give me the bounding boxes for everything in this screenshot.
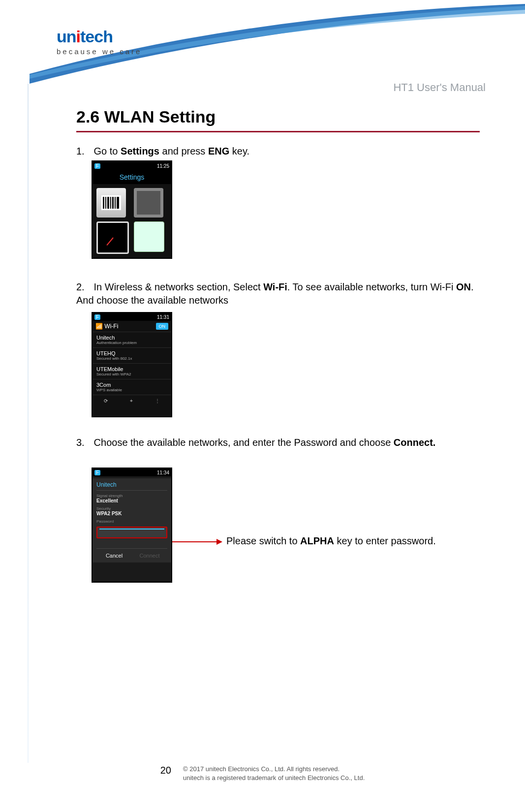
svg-rect-4 [110, 197, 111, 209]
clock-text: 11:25 [157, 163, 169, 169]
step-1-text: Go to Settings and press ENG key. [94, 146, 249, 156]
gear-icon [134, 188, 163, 218]
step-2-number: 2. [76, 281, 91, 294]
logo-text-post: tech [80, 27, 113, 46]
network-row: 3ComWPS available [93, 379, 171, 395]
connect-button: Connect [132, 549, 167, 562]
mode-indicator-icon: F [94, 163, 100, 169]
step-3: 3. Choose the available networks, and en… [76, 436, 480, 449]
signal-strength-value: Excellent [96, 498, 167, 503]
connect-dialog: Unitech Signal strength Excellent Securi… [93, 478, 171, 562]
step-3-text: Choose the available networks, and enter… [94, 437, 436, 448]
network-row: UnitechAuthentication problem [93, 332, 171, 347]
svg-rect-1 [103, 197, 104, 209]
step-3-number: 3. [76, 436, 91, 449]
copyright-line-2: unitech is a registered trademark of uni… [183, 774, 365, 782]
copyright-line-1: © 2017 unitech Electronics Co., Ltd. All… [183, 765, 365, 774]
page-number: 20 [160, 765, 171, 776]
brand-tagline: because we care [57, 47, 142, 56]
page-footer: 20 © 2017 unitech Electronics Co., Ltd. … [0, 765, 525, 782]
svg-rect-5 [112, 197, 114, 209]
calendar-icon [134, 221, 164, 252]
settings-label: Settings [93, 170, 171, 184]
screenshot-settings-home: F 11:25 Settings [92, 160, 172, 259]
password-input-highlight [96, 527, 167, 538]
wifi-bottom-bar: ⟳ + ⋮ [93, 395, 171, 406]
logo-text-pre: un [57, 27, 76, 46]
more-icon: ⋮ [155, 398, 160, 404]
security-value: WPA2 PSK [96, 511, 167, 516]
callout-annotation: Please switch to ALPHA key to enter pass… [226, 535, 436, 547]
mode-indicator-icon: F [94, 470, 100, 475]
copyright-block: © 2017 unitech Electronics Co., Ltd. All… [183, 765, 365, 782]
barcode-icon [96, 188, 126, 218]
status-bar: F 11:34 [93, 468, 171, 476]
password-label: Password [96, 519, 167, 524]
step-1-number: 1. [76, 145, 91, 158]
wps-icon: ⟳ [104, 398, 108, 404]
screenshot-wifi-connect-dialog: F 11:34 Unitech Signal strength Excellen… [92, 468, 172, 583]
add-network-icon: + [130, 398, 133, 404]
mode-indicator-icon: F [94, 314, 100, 320]
logo-dot: i [76, 27, 80, 46]
left-margin-line [28, 84, 29, 763]
security-label: Security [96, 506, 167, 511]
wifi-toggle: ON [156, 323, 169, 330]
manual-title: HT1 User's Manual [393, 81, 486, 94]
network-row: UTEHQSecured with 802.1x [93, 347, 171, 363]
svg-rect-3 [107, 197, 109, 209]
section-title: 2.6 WLAN Setting [76, 107, 216, 126]
dialog-network-name: Unitech [96, 481, 167, 491]
status-bar: F 11:25 [93, 161, 171, 170]
status-bar: F 11:31 [93, 313, 171, 321]
section-rule [76, 131, 480, 132]
wifi-icon: 📶 [95, 323, 103, 330]
clock-icon [96, 221, 129, 254]
wifi-title: 📶 Wi-Fi [95, 323, 118, 330]
clock-text: 11:31 [157, 314, 169, 320]
network-row: UTEMobileSecured with WPA2 [93, 363, 171, 379]
wifi-header: 📶 Wi-Fi ON [93, 321, 171, 332]
svg-rect-2 [105, 197, 106, 209]
svg-rect-7 [117, 197, 119, 209]
callout-arrow [172, 541, 221, 542]
signal-strength-label: Signal strength [96, 494, 167, 498]
svg-rect-6 [115, 197, 116, 209]
step-2: 2. In Wireless & networks section, Selec… [76, 281, 480, 307]
brand-logo: unitech [57, 27, 113, 46]
cancel-button: Cancel [96, 549, 132, 562]
screenshot-wifi-list: F 11:31 📶 Wi-Fi ON UnitechAuthentication… [92, 312, 172, 417]
clock-text: 11:34 [157, 470, 169, 475]
step-2-text: In Wireless & networks section, Select W… [76, 281, 474, 306]
step-1: 1. Go to Settings and press ENG key. [76, 145, 480, 158]
